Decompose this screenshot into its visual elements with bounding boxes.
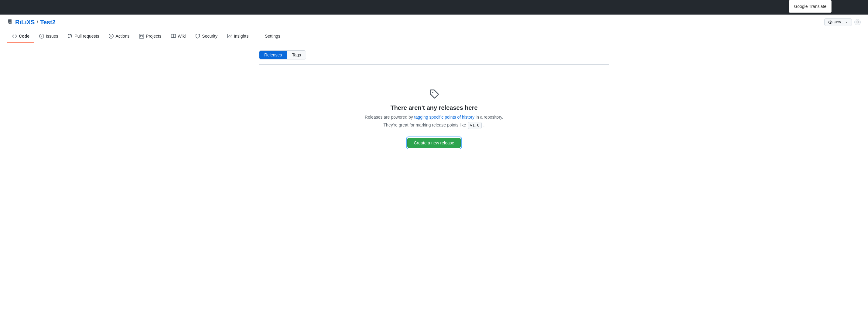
watch-count-badge: 0 [854, 19, 861, 25]
empty-state-desc2-start: They're great for marking release points… [383, 122, 466, 128]
repo-icon [7, 19, 12, 26]
top-bar: Google Translate [0, 0, 868, 14]
unwatch-label: Unw... [834, 20, 844, 24]
tab-settings[interactable]: Settings [253, 30, 285, 43]
tab-code[interactable]: Code [7, 30, 34, 43]
tab-insights[interactable]: Insights [222, 30, 253, 43]
releases-toggle-button[interactable]: Releases [259, 51, 287, 59]
divider [259, 64, 609, 65]
tab-pull-requests-label: Pull requests [74, 34, 99, 39]
empty-state-desc1: Releases are powered by tagging specific… [365, 114, 503, 120]
tab-issues-label: Issues [46, 34, 58, 39]
empty-state-desc1-start: Releases are powered by [365, 115, 413, 119]
tab-actions[interactable]: Actions [104, 30, 134, 43]
header-actions: Unw... 0 [824, 18, 861, 26]
tab-security[interactable]: Security [190, 30, 222, 43]
tab-actions-label: Actions [116, 34, 129, 39]
repo-separator: / [36, 19, 38, 26]
tab-insights-label: Insights [234, 34, 248, 39]
tab-projects[interactable]: Projects [134, 30, 166, 43]
repo-title: RiLiXS / Test2 [7, 19, 56, 26]
tab-wiki[interactable]: Wiki [166, 30, 190, 43]
empty-state-desc2-end: . [484, 122, 485, 128]
empty-state-desc1-end: in a repository. [475, 115, 503, 119]
tab-security-label: Security [202, 34, 217, 39]
nav-tabs: Code Issues Pull requests Actions Projec… [0, 30, 868, 43]
tab-code-label: Code [19, 34, 29, 39]
empty-state: There aren't any releases here Releases … [259, 74, 609, 163]
tagging-history-link[interactable]: tagging specific points of history [414, 115, 474, 119]
tab-pull-requests[interactable]: Pull requests [63, 30, 104, 43]
create-release-button[interactable]: Create a new release [407, 138, 460, 148]
tags-toggle-button[interactable]: Tags [287, 51, 306, 59]
repo-name-link[interactable]: Test2 [40, 19, 56, 26]
version-code: v1.0 [468, 122, 482, 129]
releases-tags-toggle: Releases Tags [259, 50, 306, 60]
unwatch-button[interactable]: Unw... [824, 18, 852, 26]
tag-icon [429, 89, 439, 100]
tab-wiki-label: Wiki [178, 34, 186, 39]
tab-issues[interactable]: Issues [34, 30, 63, 43]
tab-projects-label: Projects [146, 34, 161, 39]
create-release-wrapper: Create a new release [407, 138, 460, 148]
tab-settings-label: Settings [265, 34, 280, 39]
google-translate-popup: Google Translate [789, 0, 832, 13]
repo-owner-link[interactable]: RiLiXS [15, 19, 35, 26]
empty-state-title: There aren't any releases here [390, 104, 477, 111]
google-translate-label: Google Translate [794, 4, 827, 9]
page-content: Releases Tags There aren't any releases … [252, 43, 616, 170]
repo-header: RiLiXS / Test2 Unw... 0 [0, 14, 868, 30]
empty-state-desc2: They're great for marking release points… [383, 122, 485, 129]
